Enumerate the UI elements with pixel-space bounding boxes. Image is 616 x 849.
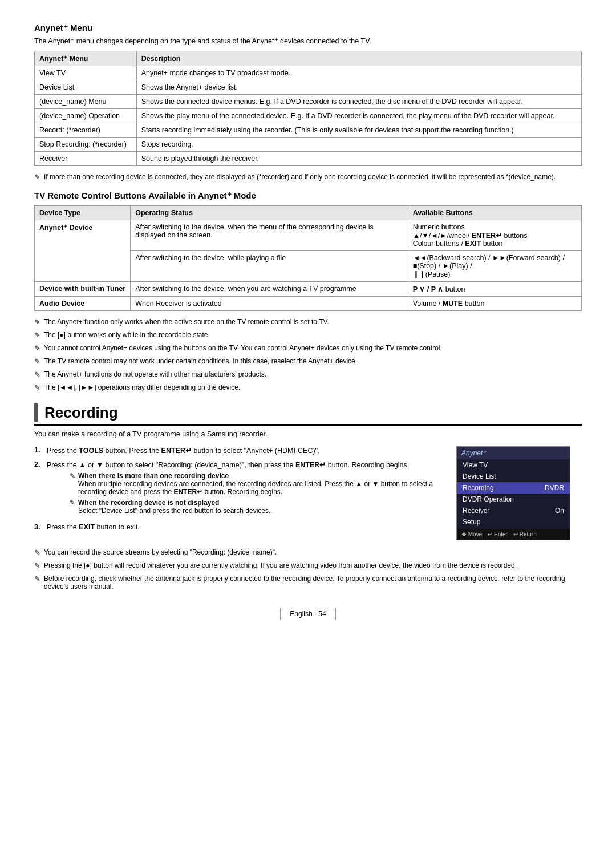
table-cell: Anynet+ mode changes to TV broadcast mod…: [136, 66, 581, 80]
page-footer: English - 54: [34, 608, 582, 620]
step-2-subnotes: ✎ When there is more than one recording …: [58, 472, 445, 515]
note-icon: ✎: [34, 548, 40, 557]
tv-remote-note: ✎The [●] button works only while in the …: [34, 331, 582, 339]
step-3-content: Press the EXIT button to exit.: [47, 523, 140, 531]
note-icon: ✎: [34, 575, 40, 583]
table-cell: Sound is played through the receiver.: [136, 152, 581, 166]
table-row: Audio Device When Receiver is activated …: [35, 297, 582, 311]
tv-remote-note: ✎The Anynet+ functions do not operate wi…: [34, 370, 582, 379]
recording-intro: You can make a recording of a TV program…: [34, 430, 582, 438]
anynet-menu-col1: Anynet⁺ Menu: [35, 51, 137, 66]
step-2-note-1: ✎ When there is more than one recording …: [70, 472, 445, 496]
note-icon: ✎: [34, 561, 40, 570]
tv-remote-notes: ✎The Anynet+ function only works when th…: [34, 318, 582, 392]
bottom-note-text: Pressing the [●] button will record what…: [44, 561, 517, 569]
bottom-note: ✎You can record the source streams by se…: [34, 548, 582, 557]
table-row: Anynet⁺ Device After switching to the de…: [35, 220, 582, 251]
step-2-note-2-text: When the recording device is not display…: [78, 499, 270, 515]
note-icon-1: ✎: [34, 173, 40, 181]
note-icon: ✎: [34, 344, 40, 353]
table-cell: Stops recording.: [136, 138, 581, 152]
table-row: Record: (*recorder)Starts recording imme…: [35, 123, 582, 138]
anynet-menu-item: ReceiverOn: [457, 505, 570, 516]
tuner-buttons: P ∨ / P ∧ button: [408, 282, 581, 297]
table-row: Device with built-in Tuner After switchi…: [35, 282, 582, 297]
audio-buttons: Volume / MUTE button: [408, 297, 581, 311]
anynet-menu-note-text: If more than one recording device is con…: [44, 173, 556, 181]
anynet-menu-items: View TVDevice ListRecordingDVDRDVDR Oper…: [457, 459, 570, 528]
note-icon: ✎: [34, 370, 40, 379]
note-icon: ✎: [34, 357, 40, 366]
step-2-note-1-text: When there is more than one recording de…: [78, 472, 445, 496]
step-1-content: Press the TOOLS button. Press the ENTER↵…: [47, 446, 320, 455]
table-row: Device ListShows the Anynet+ device list…: [35, 80, 582, 95]
device-audio: Audio Device: [35, 297, 131, 311]
anynet-ui-box: Anynet⁺ View TVDevice ListRecordingDVDRD…: [456, 446, 570, 540]
bottom-note-text: Before recording, check whether the ante…: [44, 575, 582, 591]
bottom-note: ✎Before recording, check whether the ant…: [34, 575, 582, 591]
tv-remote-note: ✎The [◄◄], [►►] operations may differ de…: [34, 383, 582, 392]
anynet-footer-return: ↩ Return: [513, 531, 537, 537]
audio-status: When Receiver is activated: [131, 297, 408, 311]
step-1: Press the TOOLS button. Press the ENTER↵…: [34, 446, 445, 455]
table-cell: Device List: [35, 80, 137, 95]
anynet-menu-col2: Description: [136, 51, 581, 66]
anynet-menu-subtitle: The Anynet⁺ menu changes depending on th…: [34, 37, 582, 45]
bottom-note: ✎Pressing the [●] button will record wha…: [34, 561, 582, 570]
table-cell: Record: (*recorder): [35, 123, 137, 138]
anynet-menu-item: DVDR Operation: [457, 494, 570, 505]
table-cell: (device_name) Menu: [35, 95, 137, 109]
note-icon: ✎: [34, 383, 40, 392]
note-icon: ✎: [34, 318, 40, 326]
note-icon-3: ✎: [70, 499, 75, 507]
table-cell: Shows the connected device menus. E.g. I…: [136, 95, 581, 109]
tv-remote-note: ✎The Anynet+ function only works when th…: [34, 318, 582, 326]
anynet-buttons-1: Numeric buttons ▲/▼/◄/►/wheel/ ENTER↵ bu…: [408, 220, 581, 251]
note-text: The [●] button works only while in the r…: [44, 331, 210, 339]
device-anynet: Anynet⁺ Device: [35, 220, 131, 282]
table-row: (device_name) OperationShows the play me…: [35, 109, 582, 123]
note-icon-2: ✎: [70, 472, 75, 480]
step-2-note-2: ✎ When the recording device is not displ…: [70, 499, 445, 515]
anynet-footer-enter: ↵ Enter: [488, 531, 508, 537]
tv-remote-note: ✎You cannot control Anynet+ devices usin…: [34, 344, 582, 353]
table-cell: Starts recording immediately using the r…: [136, 123, 581, 138]
note-text: The Anynet+ function only works when the…: [44, 318, 329, 326]
bottom-note-text: You can record the source streams by sel…: [44, 548, 277, 556]
anynet-menu-title: Anynet⁺ Menu: [34, 23, 582, 33]
note-text: The TV remote control may not work under…: [44, 357, 357, 365]
anynet-menu-note: ✎ If more than one recording device is c…: [34, 173, 582, 181]
table-cell: Receiver: [35, 152, 137, 166]
recording-title: Recording: [44, 404, 118, 422]
note-text: The [◄◄], [►►] operations may differ dep…: [44, 383, 240, 391]
tv-remote-section: TV Remote Control Buttons Available in A…: [34, 191, 582, 392]
table-cell: Shows the Anynet+ device list.: [136, 80, 581, 95]
table-row: (device_name) MenuShows the connected de…: [35, 95, 582, 109]
step-2: Press the ▲ or ▼ button to select "Recor…: [34, 460, 445, 518]
table-cell: Shows the play menu of the connected dev…: [136, 109, 581, 123]
tv-remote-note: ✎The TV remote control may not work unde…: [34, 357, 582, 366]
table-row: ReceiverSound is played through the rece…: [35, 152, 582, 166]
step-3: Press the EXIT button to exit.: [34, 523, 445, 531]
tv-remote-col3: Available Buttons: [408, 206, 581, 220]
tuner-status: After switching to the device, when you …: [131, 282, 408, 297]
anynet-menu-item: View TV: [457, 459, 570, 471]
anynet-menu-item: Device List: [457, 471, 570, 482]
anynet-menu-item: RecordingDVDR: [457, 482, 570, 494]
anynet-menu-table: Anynet⁺ Menu Description View TVAnynet+ …: [34, 51, 582, 166]
recording-content: Press the TOOLS button. Press the ENTER↵…: [34, 446, 582, 540]
recording-screenshot: Anynet⁺ View TVDevice ListRecordingDVDRD…: [456, 446, 582, 540]
table-cell: View TV: [35, 66, 137, 80]
steps-list: Press the TOOLS button. Press the ENTER↵…: [34, 446, 445, 531]
device-tuner: Device with built-in Tuner: [35, 282, 131, 297]
recording-section: Recording You can make a recording of a …: [34, 403, 582, 591]
anynet-box-header: Anynet⁺: [457, 447, 570, 459]
note-text: The Anynet+ functions do not operate wit…: [44, 370, 266, 378]
anynet-menu-section: Anynet⁺ Menu The Anynet⁺ menu changes de…: [34, 23, 582, 181]
note-text: You cannot control Anynet+ devices using…: [44, 344, 442, 352]
table-row: View TVAnynet+ mode changes to TV broadc…: [35, 66, 582, 80]
anynet-menu-item: Setup: [457, 516, 570, 528]
page-number-badge: English - 54: [280, 608, 335, 620]
anynet-buttons-2: ◄◄(Backward search) / ►►(Forward search)…: [408, 251, 581, 282]
tv-remote-col1: Device Type: [35, 206, 131, 220]
